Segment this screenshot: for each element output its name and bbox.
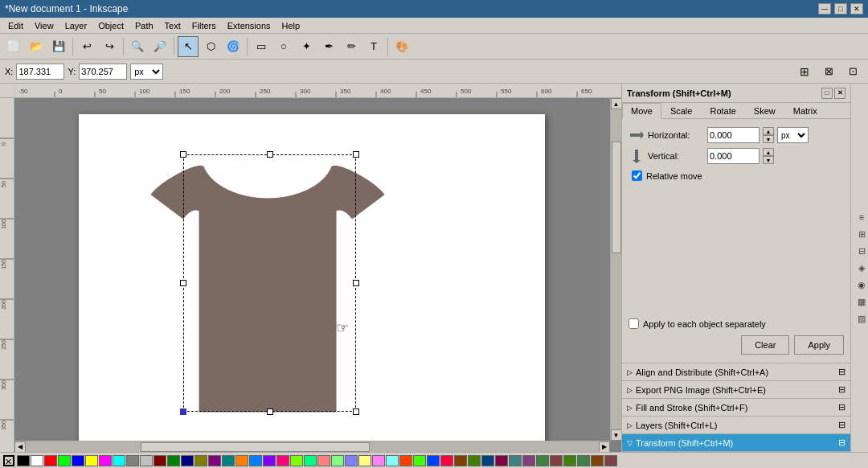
x-input[interactable] [16, 64, 64, 80]
palette-color-18[interactable] [263, 455, 276, 466]
menu-edit[interactable]: Edit [3, 19, 28, 32]
pencil-tool[interactable]: ✏ [341, 36, 362, 57]
palette-color-13[interactable] [194, 455, 207, 466]
node-tool[interactable]: ⬡ [200, 36, 221, 57]
tweak-tool[interactable]: 🌀 [223, 36, 244, 57]
menu-text[interactable]: Text [160, 19, 186, 32]
palette-color-14[interactable] [208, 455, 221, 466]
tab-move[interactable]: Move [622, 103, 661, 119]
palette-color-15[interactable] [222, 455, 235, 466]
h-scroll-right[interactable]: ▶ [599, 441, 610, 453]
palette-color-30[interactable] [427, 455, 440, 466]
menu-filters[interactable]: Filters [187, 19, 221, 32]
v-scrollbar[interactable]: ▲ ▼ [610, 98, 621, 441]
tab-rotate[interactable]: Rotate [701, 103, 744, 118]
palette-color-31[interactable] [440, 455, 453, 466]
palette-color-10[interactable] [154, 455, 166, 466]
gradient-icon[interactable]: ▦ [854, 294, 868, 309]
h-scrollbar[interactable]: ◀ ▶ [14, 441, 610, 452]
palette-color-42[interactable] [591, 455, 604, 466]
palette-color-43[interactable] [604, 455, 617, 466]
palette-color-25[interactable] [358, 455, 371, 466]
palette-color-29[interactable] [413, 455, 426, 466]
new-button[interactable]: ⬜ [3, 36, 24, 57]
menu-path[interactable]: Path [130, 19, 158, 32]
v-scroll-track[interactable] [611, 109, 622, 429]
apply-button[interactable]: Apply [794, 335, 844, 355]
palette-color-24[interactable] [345, 455, 358, 466]
palette-color-7[interactable] [113, 455, 125, 466]
canvas-area[interactable]: ☞ ◀ ▶ ▲ ▼ [14, 98, 621, 452]
minimize-button[interactable]: — [818, 3, 831, 14]
tab-scale[interactable]: Scale [661, 103, 702, 118]
h-scroll-thumb[interactable] [141, 442, 370, 452]
palette-color-40[interactable] [563, 455, 576, 466]
panel-close-button[interactable]: ✕ [834, 88, 845, 99]
palette-color-16[interactable] [235, 455, 248, 466]
apply-each-label[interactable]: Apply to each object separately [643, 319, 766, 329]
palette-color-41[interactable] [577, 455, 590, 466]
panel-float-button[interactable]: □ [821, 88, 833, 99]
palette-color-22[interactable] [317, 455, 330, 466]
redo-button[interactable]: ↪ [99, 36, 120, 57]
relative-move-checkbox[interactable] [632, 170, 642, 181]
palette-color-36[interactable] [509, 455, 522, 466]
layers2-icon[interactable]: ⊟ [854, 244, 868, 258]
vertical-down-spinner[interactable]: ▼ [763, 156, 774, 164]
palette-color-20[interactable] [290, 455, 303, 466]
fill-button[interactable]: 🎨 [391, 36, 412, 57]
ellipse-tool[interactable]: ○ [273, 36, 294, 57]
palette-color-2[interactable] [44, 455, 57, 466]
snap3-button[interactable]: ⊡ [842, 61, 863, 82]
palette-color-28[interactable] [399, 455, 412, 466]
palette-color-37[interactable] [522, 455, 535, 466]
clip-icon[interactable]: ⊞ [854, 227, 868, 241]
close-button[interactable]: ✕ [850, 3, 863, 14]
horizontal-down-spinner[interactable]: ▼ [763, 135, 774, 143]
panel-fill[interactable]: ▷ Fill and Stroke (Shift+Ctrl+F) ⊟ [622, 399, 850, 417]
palette-color-3[interactable] [58, 455, 71, 466]
palette-color-1[interactable] [31, 455, 43, 466]
palette-color-35[interactable] [495, 455, 508, 466]
h-scroll-left[interactable]: ◀ [14, 441, 26, 453]
v-scroll-thumb[interactable] [612, 142, 621, 253]
rect-tool[interactable]: ▭ [251, 36, 272, 57]
text-tool[interactable]: T [363, 36, 384, 57]
palette-color-6[interactable] [99, 455, 112, 466]
palette-color-11[interactable] [167, 455, 180, 466]
palette-color-26[interactable] [372, 455, 385, 466]
star-tool[interactable]: ✦ [296, 36, 317, 57]
pattern-icon[interactable]: ▧ [854, 311, 868, 326]
snap2-button[interactable]: ⊠ [818, 61, 839, 82]
menu-view[interactable]: View [30, 19, 59, 32]
palette-color-17[interactable] [249, 455, 262, 466]
snap-button[interactable]: ⊞ [794, 61, 815, 82]
tab-skew[interactable]: Skew [745, 103, 784, 118]
menu-extensions[interactable]: Extensions [223, 19, 276, 32]
palette-color-32[interactable] [454, 455, 467, 466]
palette-color-34[interactable] [481, 455, 494, 466]
horizontal-unit-select[interactable]: px mm cm in pt [777, 127, 809, 143]
y-input[interactable] [79, 64, 127, 80]
no-color-swatch[interactable]: ✕ [3, 455, 14, 466]
palette-color-4[interactable] [72, 455, 84, 466]
palette-color-12[interactable] [181, 455, 194, 466]
panel-layers[interactable]: ▷ Layers (Shift+Ctrl+L) ⊟ [622, 417, 850, 434]
menu-layer[interactable]: Layer [60, 19, 92, 32]
panel-transform[interactable]: ▽ Transform (Shift+Ctrl+M) ⊟ [622, 434, 850, 452]
palette-color-38[interactable] [536, 455, 549, 466]
select-tool[interactable]: ↖ [178, 36, 199, 57]
v-scroll-up[interactable]: ▲ [611, 98, 622, 109]
save-button[interactable]: 💾 [48, 36, 69, 57]
palette-color-5[interactable] [85, 455, 98, 466]
palette-color-33[interactable] [468, 455, 481, 466]
apply-each-checkbox[interactable] [628, 318, 639, 329]
pen-tool[interactable]: ✒ [318, 36, 339, 57]
horizontal-input[interactable] [707, 127, 760, 143]
palette-color-9[interactable] [140, 455, 153, 466]
palette-color-23[interactable] [331, 455, 344, 466]
clear-button[interactable]: Clear [741, 335, 789, 355]
tab-matrix[interactable]: Matrix [784, 103, 826, 118]
zoom-out-button[interactable]: 🔎 [149, 36, 170, 57]
relative-move-label[interactable]: Relative move [646, 171, 702, 181]
